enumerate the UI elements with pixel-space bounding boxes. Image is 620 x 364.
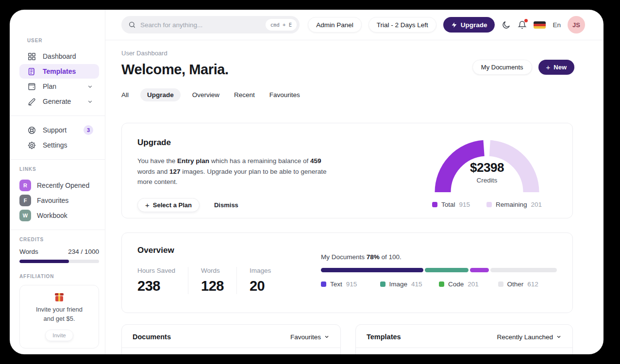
gear-icon: [27, 141, 36, 150]
legend-swatch: [321, 281, 326, 287]
bar-segment-code: [470, 268, 489, 272]
user-avatar[interactable]: JS: [568, 16, 585, 33]
template-row[interactable]: Blog Post Title in Workbook: [356, 348, 572, 354]
documents-card-title: Documents: [133, 333, 171, 341]
overview-card: Overview Hours Saved 238 Words 128 Image…: [121, 232, 573, 313]
legend-code: Code 201: [439, 281, 498, 288]
language-selector[interactable]: En: [553, 21, 561, 29]
credits-value: 234 / 1000: [68, 248, 99, 255]
documents-filter-dropdown[interactable]: Favourites: [290, 333, 330, 341]
legend-image: Image 415: [380, 281, 439, 288]
credits-progress-bar: [19, 260, 99, 263]
sidebar-item-label: Generate: [43, 98, 71, 105]
stat-words: Words 128: [201, 267, 237, 294]
tab-all[interactable]: All: [121, 91, 129, 99]
credits-progress-fill: [19, 260, 69, 263]
tabs: All Upgrade Overview Recent Favourites: [121, 88, 573, 101]
my-documents-button[interactable]: My Documents: [472, 60, 532, 75]
search-box[interactable]: cmd + E: [121, 16, 300, 33]
dark-mode-toggle[interactable]: [502, 20, 511, 30]
sidebar-item-dashboard[interactable]: Dashboard: [19, 49, 99, 64]
templates-filter-dropdown[interactable]: Recently Launched: [497, 333, 562, 341]
sidebar-item-label: Dashboard: [43, 52, 76, 60]
support-badge: 3: [84, 125, 93, 135]
documents-progress-text: My Documents 78% of 100.: [321, 253, 557, 261]
sidebar-item-label: Settings: [43, 141, 67, 149]
affiliation-text-line1: Invite your friend: [25, 305, 94, 314]
stat-hours-saved: Hours Saved 238: [137, 267, 188, 294]
sidebar-item-plan[interactable]: Plan: [19, 79, 99, 94]
credits-gauge: $2398 Credits Total 915 Remaining: [429, 135, 545, 208]
divider: [10, 116, 105, 116]
notification-dot: [524, 19, 528, 22]
bar-segment-other: [490, 268, 557, 272]
breadcrumb: User Dashboard: [121, 50, 573, 57]
plus-icon: +: [145, 201, 150, 209]
topbar: cmd + E Admin Panel Trial - 2 Days Left …: [105, 10, 603, 40]
new-button[interactable]: + New: [538, 60, 575, 75]
invite-button[interactable]: Invite: [45, 330, 73, 341]
dismiss-button[interactable]: Dismiss: [214, 201, 238, 209]
wallet-icon: [27, 82, 36, 91]
link-letter-badge: R: [19, 180, 31, 191]
legend-swatch: [486, 202, 492, 207]
sidebar-item-settings[interactable]: Settings: [19, 138, 99, 152]
documents-progress-bar: [321, 268, 557, 272]
legend-total: Total 915: [432, 201, 470, 208]
app-window: USER Dashboard Templates Plan: [10, 10, 603, 354]
documents-card: Documents Favourites Untitled Document i…: [121, 324, 341, 354]
gift-icon: [55, 293, 64, 301]
templates-card-title: Templates: [367, 333, 401, 341]
sidebar-section-user: USER: [27, 38, 99, 43]
upgrade-button[interactable]: Upgrade: [443, 17, 495, 33]
sidebar-item-templates[interactable]: Templates: [19, 64, 99, 79]
legend-swatch: [439, 281, 444, 287]
search-input[interactable]: [140, 21, 261, 29]
main-content: User Dashboard Welcome, Maria. My Docume…: [105, 40, 603, 354]
grid-icon: [27, 52, 36, 61]
link-letter-badge: F: [19, 195, 31, 206]
upgrade-card-body: You have the Entry plan which has a rema…: [137, 156, 332, 187]
divider: [10, 159, 105, 160]
sidebar-link-workbook[interactable]: W Workbook: [19, 208, 99, 223]
sidebar-section-affiliation: AFFILIATION: [19, 274, 99, 279]
sidebar: USER Dashboard Templates Plan: [10, 10, 105, 354]
tab-recent[interactable]: Recent: [234, 91, 255, 99]
tab-upgrade[interactable]: Upgrade: [140, 88, 181, 101]
gauge-caption: Credits: [429, 177, 545, 184]
sidebar-item-label: Support: [43, 126, 67, 134]
legend-other: Other 612: [498, 281, 557, 288]
overview-card-title: Overview: [137, 246, 298, 255]
chevron-down-icon: [556, 334, 562, 340]
sidebar-item-label: Templates: [43, 67, 76, 75]
plus-icon: +: [546, 64, 551, 71]
tab-favourites[interactable]: Favourites: [269, 91, 300, 99]
link-label: Recently Opened: [37, 182, 89, 189]
bar-segment-text: [321, 268, 423, 272]
sidebar-link-favourites[interactable]: F Favourites: [19, 193, 99, 208]
sidebar-item-support[interactable]: Support 3: [19, 123, 99, 137]
select-plan-button[interactable]: + Select a Plan: [137, 198, 200, 212]
gauge-value: $2398: [429, 160, 545, 175]
pencil-icon: [27, 97, 36, 106]
bar-segment-image: [425, 268, 469, 272]
legend-remaining: Remaining 201: [486, 201, 542, 208]
affiliation-text-line2: and get $5.: [25, 314, 94, 324]
upgrade-card: Upgrade You have the Entry plan which ha…: [121, 123, 573, 218]
trial-badge[interactable]: Trial - 2 Days Left: [369, 17, 436, 33]
search-shortcut: cmd + E: [266, 19, 297, 31]
notifications-bell[interactable]: [518, 20, 527, 30]
credits-name: Words: [19, 248, 38, 255]
link-letter-badge: W: [19, 210, 31, 221]
german-flag-icon[interactable]: [534, 21, 546, 29]
sidebar-link-recently-opened[interactable]: R Recently Opened: [19, 178, 99, 193]
tab-overview[interactable]: Overview: [192, 91, 219, 99]
stat-images: Images 20: [250, 267, 284, 294]
document-row[interactable]: Untitled Document in Workbook: [122, 348, 340, 354]
legend-swatch: [380, 281, 385, 287]
admin-panel-button[interactable]: Admin Panel: [308, 17, 362, 33]
affiliation-card: Invite your friend and get $5. Invite: [19, 285, 99, 348]
sidebar-item-generate[interactable]: Generate: [19, 94, 99, 109]
lightning-icon: [451, 22, 457, 28]
legend-text: Text 915: [321, 281, 380, 288]
